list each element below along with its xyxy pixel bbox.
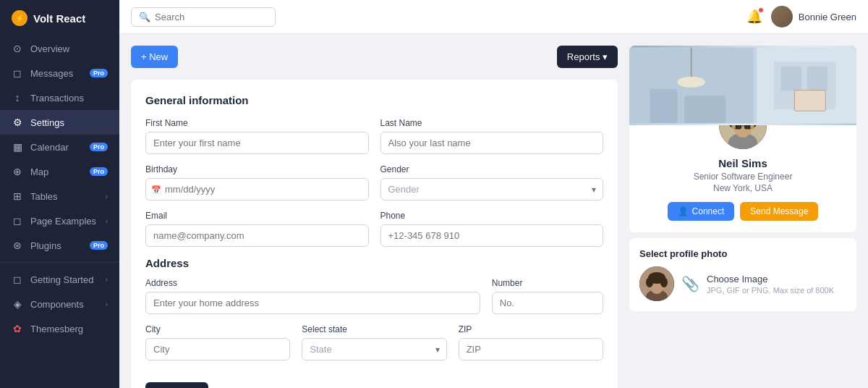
svg-rect-8 — [780, 67, 801, 90]
gender-select[interactable]: Gender Male Female Other — [380, 178, 604, 201]
send-message-button[interactable]: Send Message — [740, 202, 818, 221]
general-info-title: General information — [145, 94, 603, 106]
birthday-input[interactable] — [145, 178, 369, 201]
last-name-group: Last Name — [380, 118, 604, 154]
notifications-button[interactable]: 🔔 — [746, 9, 762, 25]
topbar: 🔍 🔔 Bonnie Green — [119, 0, 868, 34]
app-name: Volt React — [33, 12, 85, 25]
map-badge: Pro — [90, 167, 108, 176]
content-area: + New Reports ▾ General information Firs… — [119, 34, 868, 388]
getting-started-chevron: › — [106, 276, 108, 284]
number-input[interactable] — [492, 292, 603, 314]
tables-chevron: › — [106, 193, 108, 201]
user-menu[interactable]: Bonnie Green — [771, 6, 856, 28]
user-name: Bonnie Green — [799, 12, 856, 22]
choose-image-label: Choose Image — [707, 274, 834, 284]
sidebar-item-transactions[interactable]: ↕ Transactions — [0, 85, 119, 110]
general-info-card: General information First Name Last Name… — [131, 80, 618, 388]
svg-rect-10 — [794, 90, 825, 111]
sidebar-label-components: Components — [30, 299, 98, 310]
phone-group: Phone — [380, 211, 604, 247]
sidebar-item-getting-started[interactable]: ◻ Getting Started › — [0, 267, 119, 292]
photo-hint: JPG, GIF or PNG. Max size of 800K — [707, 286, 834, 295]
email-input[interactable] — [145, 224, 369, 247]
zip-input[interactable] — [459, 338, 603, 360]
themesberg-icon: ✿ — [12, 323, 23, 334]
save-button[interactable]: Save All — [145, 382, 208, 388]
svg-rect-5 — [684, 96, 726, 123]
sidebar-item-overview[interactable]: ⊙ Overview — [0, 36, 119, 61]
email-phone-row: Email Phone — [145, 211, 603, 247]
address-section: Address Address Number City — [145, 257, 603, 360]
sidebar-item-themesberg[interactable]: ✿ Themesberg — [0, 316, 119, 341]
address-number-row: Address Number — [145, 278, 603, 314]
notification-dot — [758, 7, 764, 13]
search-input[interactable] — [155, 12, 268, 22]
city-input[interactable] — [145, 338, 290, 360]
sidebar-item-tables[interactable]: ⊞ Tables › — [0, 184, 119, 208]
page-examples-icon: ◻ — [12, 215, 23, 227]
profile-card: Neil Sims Senior Software Engineer New Y… — [629, 46, 856, 232]
address-label: Address — [145, 278, 480, 288]
sidebar-item-settings[interactable]: ⚙ Settings — [0, 110, 119, 135]
connect-icon: 👤 — [678, 206, 689, 216]
sidebar-label-calendar: Calendar — [30, 142, 82, 153]
sidebar-item-components[interactable]: ◈ Components › — [0, 292, 119, 316]
sidebar-label-tables: Tables — [30, 191, 98, 202]
sidebar-label-map: Map — [30, 166, 82, 177]
svg-rect-9 — [807, 67, 827, 90]
topbar-actions: 🔔 Bonnie Green — [746, 6, 856, 28]
cover-art — [629, 46, 856, 125]
gender-select-wrapper: Gender Male Female Other — [380, 178, 604, 201]
page-examples-chevron: › — [106, 217, 108, 225]
profile-cover — [629, 46, 856, 125]
address-group: Address — [145, 278, 480, 314]
sidebar-label-transactions: Transactions — [30, 93, 108, 104]
components-chevron: › — [106, 300, 108, 308]
svg-point-3 — [678, 77, 705, 88]
profile-location: New York, USA — [641, 183, 845, 193]
calendar-badge: Pro — [90, 143, 108, 151]
logo-icon: ⚡ — [12, 10, 27, 26]
photo-text: Choose Image JPG, GIF or PNG. Max size o… — [707, 274, 834, 295]
new-button[interactable]: + New — [131, 46, 178, 68]
zip-group: ZIP — [459, 324, 603, 360]
sidebar-item-calendar[interactable]: ▦ Calendar Pro — [0, 135, 119, 159]
paperclip-icon: 📎 — [681, 275, 699, 292]
photo-title: Select profile photo — [639, 248, 846, 259]
first-name-input[interactable] — [145, 132, 369, 154]
connect-button[interactable]: 👤 Connect — [668, 202, 735, 221]
sidebar-item-messages[interactable]: ◻ Messages Pro — [0, 61, 119, 85]
number-group: Number — [492, 278, 603, 314]
user-avatar — [771, 6, 793, 28]
state-select[interactable]: State New York California Texas — [302, 338, 446, 360]
number-label: Number — [492, 278, 603, 288]
address-input[interactable] — [145, 292, 480, 314]
getting-started-icon: ◻ — [12, 274, 23, 285]
email-label: Email — [145, 211, 369, 221]
connect-label: Connect — [692, 206, 725, 216]
last-name-input[interactable] — [380, 132, 604, 154]
gender-label: Gender — [380, 164, 604, 174]
sidebar-label-themesberg: Themesberg — [30, 324, 108, 334]
state-select-wrapper: State New York California Texas — [302, 338, 446, 360]
first-name-group: First Name — [145, 118, 369, 154]
phone-label: Phone — [380, 211, 604, 221]
photo-thumb-image — [639, 266, 674, 301]
sidebar-item-map[interactable]: ⊕ Map Pro — [0, 159, 119, 184]
photo-upload-area: 📎 Choose Image JPG, GIF or PNG. Max size… — [639, 266, 846, 301]
map-icon: ⊕ — [12, 166, 23, 177]
sidebar-label-page-examples: Page Examples — [30, 216, 98, 227]
plugins-icon: ⊛ — [12, 240, 23, 251]
sidebar-item-plugins[interactable]: ⊛ Plugins Pro — [0, 233, 119, 258]
phone-input[interactable] — [380, 224, 604, 247]
svg-rect-4 — [650, 89, 678, 124]
reports-button[interactable]: Reports ▾ — [557, 46, 618, 68]
app-logo[interactable]: ⚡ Volt React — [0, 0, 119, 36]
calendar-icon: ▦ — [12, 141, 23, 153]
overview-icon: ⊙ — [12, 43, 23, 54]
state-group: Select state State New York California T… — [302, 324, 446, 360]
sidebar-item-page-examples[interactable]: ◻ Page Examples › — [0, 208, 119, 233]
search-box[interactable]: 🔍 — [131, 7, 276, 27]
svg-point-31 — [646, 277, 653, 287]
